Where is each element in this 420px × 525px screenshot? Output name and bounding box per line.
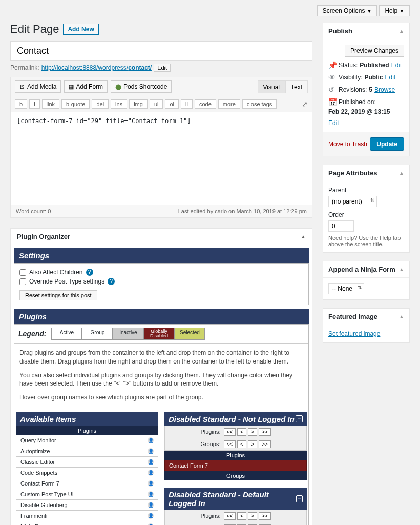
help-button[interactable]: Help▼: [379, 5, 410, 16]
shift-button[interactable]: >: [248, 512, 257, 520]
toolbar-li-button[interactable]: li: [181, 99, 193, 109]
permalink-edit-button[interactable]: Edit: [154, 64, 171, 72]
plugins-subhead: Plugins: [164, 451, 307, 460]
ninja-form-select[interactable]: -- None: [328, 283, 364, 294]
permalink-link[interactable]: http://localhost:8888/wordpress/contact/: [41, 64, 152, 71]
toolbar-i-button[interactable]: i: [29, 99, 39, 109]
shift-button[interactable]: >>: [259, 440, 271, 448]
available-plugin-item[interactable]: Query Monitor👤: [16, 435, 158, 446]
legend-group: Group: [82, 328, 113, 340]
collapse-icon[interactable]: ▲: [399, 28, 404, 34]
help-note: Need help? Use the Help tab above the sc…: [328, 235, 404, 247]
page-attributes-title: Page Attributes: [328, 169, 377, 177]
available-plugin-item[interactable]: Autoptimize👤: [16, 446, 158, 457]
fullscreen-icon[interactable]: ⤢: [302, 100, 308, 108]
available-plugin-item[interactable]: Frammenti👤: [16, 511, 158, 521]
settings-section-head: Settings: [14, 248, 309, 263]
set-featured-image-link[interactable]: Set featured image: [328, 330, 380, 337]
toolbar-ins-button[interactable]: ins: [111, 99, 127, 109]
pods-shortcode-button[interactable]: ⬤Pods Shortcode: [111, 80, 172, 93]
shift-button[interactable]: >: [248, 428, 257, 436]
parent-select[interactable]: (no parent): [328, 196, 377, 207]
collapse-icon[interactable]: ▲: [399, 170, 404, 176]
reset-settings-button[interactable]: Reset settings for this post: [19, 290, 97, 300]
move-to-trash-link[interactable]: Move to Trash: [328, 140, 367, 148]
available-plugin-item[interactable]: Classic Editor👤: [16, 457, 158, 468]
instructions-text: Hover over group names to see which plug…: [19, 393, 303, 402]
screen-options-button[interactable]: Screen Options▼: [317, 5, 377, 16]
user-icon: 👤: [148, 491, 154, 497]
toolbar-ol-button[interactable]: ol: [165, 99, 179, 109]
collapse-icon[interactable]: ▲: [399, 314, 404, 319]
collapse-icon[interactable]: ▲: [399, 267, 404, 272]
last-edited: Last edited by carlo on March 10, 2019 a…: [178, 208, 307, 214]
available-plugin-item[interactable]: Code Snippets👤: [16, 468, 158, 478]
camera-icon: 🖻: [19, 84, 25, 90]
shift-button[interactable]: <: [237, 428, 246, 436]
tab-visual[interactable]: Visual: [258, 80, 285, 93]
user-icon: 👤: [148, 459, 154, 465]
add-new-button[interactable]: Add New: [63, 24, 98, 35]
shift-button[interactable]: >: [248, 440, 257, 448]
override-post-type-checkbox[interactable]: [19, 278, 26, 285]
disabled-plugin-item[interactable]: Contact Form 7: [164, 460, 307, 471]
editor-toolbar: bilinkb-quotedelinsimgulollicodemoreclos…: [11, 96, 312, 112]
available-plugin-item[interactable]: Contact Form 7👤: [16, 478, 158, 489]
available-plugin-item[interactable]: Custom Post Type UI👤: [16, 489, 158, 500]
browse-revisions-link[interactable]: Browse: [374, 86, 395, 93]
toolbar-code-button[interactable]: code: [195, 99, 216, 109]
order-input[interactable]: [328, 220, 354, 232]
add-form-button[interactable]: ▦Add Form: [64, 80, 108, 93]
legend-inactive: Inactive: [113, 328, 143, 340]
toolbar-ul-button[interactable]: ul: [150, 99, 163, 109]
help-icon[interactable]: ?: [108, 278, 115, 285]
disabled-not-logged-head: Disabled Standard - Not Logged In: [169, 415, 295, 423]
toolbar-del-button[interactable]: del: [92, 99, 109, 109]
collapse-icon[interactable]: ▲: [301, 234, 306, 239]
preview-changes-button[interactable]: Preview Changes: [345, 45, 404, 57]
toolbar-b-quote-button[interactable]: b-quote: [61, 99, 90, 109]
instructions-text: You can also select individual plugins a…: [19, 371, 303, 389]
plugins-subhead: Plugins: [16, 426, 158, 435]
shift-button[interactable]: <<: [224, 440, 236, 448]
shift-button[interactable]: >>: [259, 512, 271, 520]
tab-text[interactable]: Text: [285, 80, 308, 93]
editor-content[interactable]: [contact-form-7 id="29" title="Contact f…: [11, 112, 312, 205]
publish-box-title: Publish: [328, 27, 352, 35]
featured-image-title: Featured Image: [328, 313, 377, 320]
revisions-icon: ↺: [328, 86, 337, 94]
toolbar-link-button[interactable]: link: [42, 99, 60, 109]
post-title-input[interactable]: [10, 41, 312, 61]
update-button[interactable]: Update: [370, 137, 404, 151]
available-plugin-item[interactable]: Disable Gutenberg👤: [16, 500, 158, 511]
shift-button[interactable]: >>: [259, 428, 271, 436]
affect-children-checkbox[interactable]: [19, 269, 26, 276]
shift-button[interactable]: <<: [224, 428, 236, 436]
parent-label: Parent: [328, 187, 404, 194]
groups-subhead: Groups: [164, 471, 307, 480]
user-icon: 👤: [148, 513, 154, 519]
shift-button[interactable]: <: [237, 512, 246, 520]
toolbar-close-tags-button[interactable]: close tags: [242, 99, 277, 109]
plugin-organizer-title: Plugin Organizer: [17, 233, 70, 240]
edit-visibility-link[interactable]: Edit: [385, 74, 395, 81]
edit-date-link[interactable]: Edit: [328, 119, 339, 127]
toolbar-img-button[interactable]: img: [129, 99, 148, 109]
legend-label: Legend:: [18, 330, 46, 338]
instructions-text: Drag plugins and groups from the contain…: [19, 349, 303, 366]
collapse-icon[interactable]: −: [296, 495, 303, 502]
shift-button[interactable]: <<: [224, 512, 236, 520]
permalink-label: Permalink:: [10, 64, 39, 71]
word-count: Word count: 0: [16, 208, 51, 214]
toolbar-b-button[interactable]: b: [15, 99, 27, 109]
user-icon: 👤: [148, 480, 154, 487]
calendar-icon: 📅: [328, 98, 337, 106]
toolbar-more-button[interactable]: more: [218, 99, 240, 109]
available-plugin-item[interactable]: Ninja Forms👤: [16, 521, 158, 525]
help-icon[interactable]: ?: [86, 269, 93, 276]
shift-button[interactable]: <: [237, 440, 246, 448]
edit-status-link[interactable]: Edit: [391, 62, 402, 69]
user-icon: 👤: [148, 437, 154, 443]
collapse-icon[interactable]: −: [296, 415, 303, 422]
add-media-button[interactable]: 🖻Add Media: [15, 80, 61, 93]
